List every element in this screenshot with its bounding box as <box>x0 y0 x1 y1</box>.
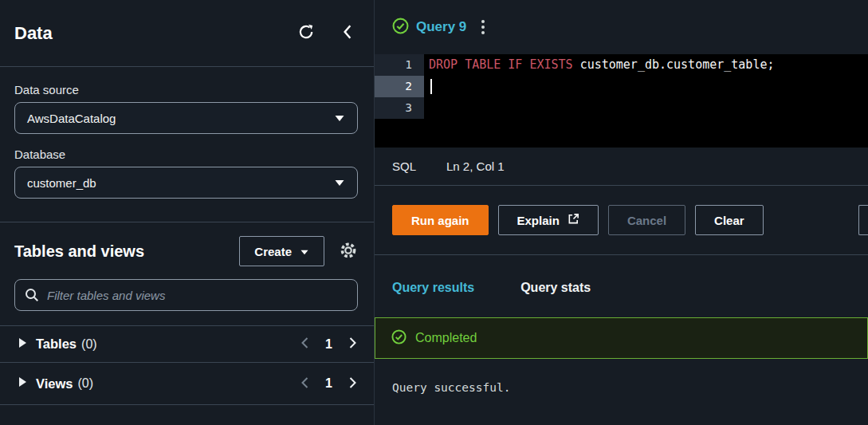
tab-query-results[interactable]: Query results <box>392 281 474 295</box>
chevron-left-icon <box>300 376 310 392</box>
tables-row-count: (0) <box>81 337 97 352</box>
views-row[interactable]: Views (0) 1 <box>0 362 374 405</box>
query-result-message: Query successful. <box>375 359 868 394</box>
editor-line: 3 <box>375 97 868 119</box>
views-row-label: Views <box>36 376 73 392</box>
sql-identifier: customer_db.customer_table; <box>573 57 775 72</box>
editor-line: 1 DROP TABLE IF EXISTS customer_db.custo… <box>375 54 868 76</box>
cut-off-button[interactable] <box>858 205 868 235</box>
database-label: Database <box>14 148 358 161</box>
tables-and-views-header: Tables and views Create <box>0 222 374 266</box>
code-line: DROP TABLE IF EXISTS customer_db.custome… <box>424 54 868 76</box>
data-panel: Data Data source AwsD <box>0 0 375 425</box>
tables-row[interactable]: Tables (0) 1 <box>0 325 374 362</box>
completed-status-banner: Completed <box>375 317 868 359</box>
data-source-section: Data source AwsDataCatalog Database cust… <box>0 67 374 212</box>
page-number: 1 <box>325 376 332 391</box>
settings-button[interactable] <box>337 239 359 264</box>
sql-keyword: DROP TABLE IF EXISTS <box>429 57 573 72</box>
results-tabs: Query results Query stats <box>375 255 868 311</box>
caret-down-icon <box>300 245 309 258</box>
sql-editor[interactable]: 1 DROP TABLE IF EXISTS customer_db.custo… <box>375 54 868 148</box>
views-pagination: 1 <box>298 375 359 393</box>
query-options-button[interactable] <box>478 17 488 37</box>
run-again-button[interactable]: Run again <box>392 205 489 235</box>
tables-and-views-title: Tables and views <box>14 242 144 261</box>
query-actions: Run again Explain Cancel Clear <box>375 186 868 254</box>
cancel-label: Cancel <box>627 214 666 227</box>
database-select[interactable]: customer_db <box>14 167 358 199</box>
filter-tables-wrapper <box>14 279 358 311</box>
line-number-active: 2 <box>375 76 424 97</box>
line-number: 1 <box>375 54 424 76</box>
chevron-right-icon <box>348 336 358 352</box>
create-button[interactable]: Create <box>239 236 324 266</box>
chevron-left-icon <box>300 336 310 352</box>
data-source-value: AwsDataCatalog <box>27 112 116 125</box>
tables-pagination: 1 <box>298 335 359 353</box>
tab-query-stats[interactable]: Query stats <box>520 281 591 295</box>
tables-row-label: Tables <box>36 336 77 352</box>
code-line <box>424 97 868 119</box>
expand-right-icon[interactable] <box>18 376 27 391</box>
next-page-button[interactable] <box>346 335 359 353</box>
code-line <box>424 76 868 97</box>
refresh-button[interactable] <box>296 22 316 45</box>
create-button-label: Create <box>254 245 292 258</box>
page-number: 1 <box>325 337 332 352</box>
clear-button[interactable]: Clear <box>695 205 764 235</box>
data-panel-header: Data <box>0 0 374 67</box>
clear-label: Clear <box>714 214 744 227</box>
gear-icon <box>339 241 358 262</box>
cancel-button[interactable]: Cancel <box>608 205 685 235</box>
next-page-button[interactable] <box>346 375 359 393</box>
data-source-label: Data source <box>14 83 358 96</box>
expand-right-icon[interactable] <box>18 337 27 352</box>
editor-line: 2 <box>375 76 868 97</box>
editor-status-bar: SQL Ln 2, Col 1 <box>375 148 868 185</box>
chevron-left-icon <box>340 24 355 42</box>
chevron-right-icon <box>348 376 358 392</box>
query-panel: Query 9 1 DROP TABLE IF EXISTS customer_… <box>375 0 868 425</box>
status-badge: Completed <box>415 331 477 345</box>
query-tab-title: Query 9 <box>416 19 466 35</box>
refresh-icon <box>297 23 315 43</box>
database-value: customer_db <box>27 176 96 190</box>
external-link-icon <box>568 213 579 227</box>
panel-header-icons <box>296 22 356 45</box>
completed-check-icon <box>391 329 407 348</box>
text-cursor <box>430 79 432 94</box>
prev-page-button[interactable] <box>298 335 312 353</box>
collapse-panel-button[interactable] <box>339 22 356 44</box>
query-success-icon <box>392 18 409 37</box>
cursor-position: Ln 2, Col 1 <box>446 159 505 173</box>
explain-label: Explain <box>517 214 560 227</box>
filter-tables-input[interactable] <box>14 279 358 311</box>
explain-button[interactable]: Explain <box>498 205 599 235</box>
panel-title: Data <box>14 23 53 44</box>
line-number: 3 <box>375 97 424 119</box>
prev-page-button[interactable] <box>298 375 312 393</box>
editor-language: SQL <box>392 159 416 173</box>
query-header: Query 9 <box>375 0 868 54</box>
data-source-select[interactable]: AwsDataCatalog <box>14 102 358 134</box>
caret-down-icon <box>334 112 345 125</box>
caret-down-icon <box>334 176 345 190</box>
run-again-label: Run again <box>411 214 469 227</box>
views-row-count: (0) <box>77 376 93 391</box>
